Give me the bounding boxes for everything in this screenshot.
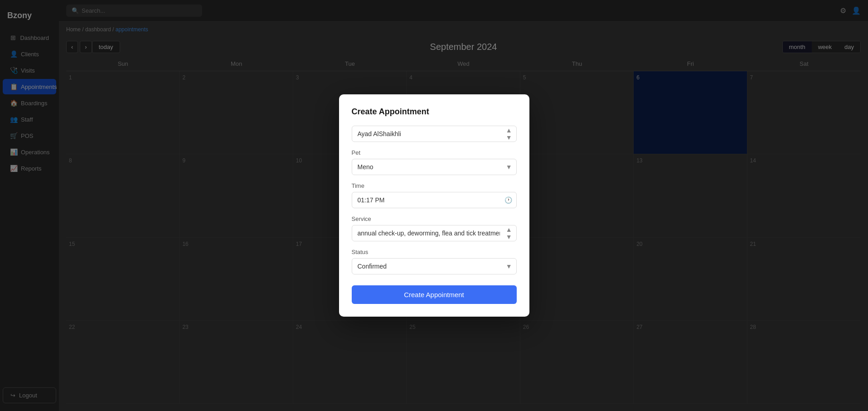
pet-select-wrapper: Meno ▼ <box>352 159 517 175</box>
time-field-group: Time 🕐 <box>352 182 517 208</box>
clock-icon: 🕐 <box>504 196 512 204</box>
create-appointment-modal: Create Appointment Ayad AlShaikhli ▲ ▼ P… <box>339 94 529 317</box>
status-select-wrapper: Confirmed Pending Cancelled ▼ <box>352 258 517 274</box>
service-select-wrapper: annual check-up, deworming, flea and tic… <box>352 225 517 241</box>
service-label: Service <box>352 215 517 222</box>
pet-field-group: Pet Meno ▼ <box>352 149 517 175</box>
status-field-group: Status Confirmed Pending Cancelled ▼ <box>352 249 517 274</box>
pet-label: Pet <box>352 149 517 156</box>
service-select[interactable]: annual check-up, deworming, flea and tic… <box>352 225 517 241</box>
time-input-wrapper: 🕐 <box>352 192 517 208</box>
status-select[interactable]: Confirmed Pending Cancelled <box>352 258 517 274</box>
time-label: Time <box>352 182 517 189</box>
pet-select[interactable]: Meno <box>352 159 517 175</box>
modal-overlay[interactable]: Create Appointment Ayad AlShaikhli ▲ ▼ P… <box>0 0 868 411</box>
time-input[interactable] <box>352 192 517 208</box>
client-select[interactable]: Ayad AlShaikhli <box>352 126 517 142</box>
client-field-group: Ayad AlShaikhli ▲ ▼ <box>352 126 517 142</box>
modal-title: Create Appointment <box>352 107 517 117</box>
client-select-wrapper: Ayad AlShaikhli ▲ ▼ <box>352 126 517 142</box>
status-label: Status <box>352 249 517 255</box>
service-field-group: Service annual check-up, deworming, flea… <box>352 215 517 241</box>
create-appointment-button[interactable]: Create Appointment <box>352 285 517 304</box>
